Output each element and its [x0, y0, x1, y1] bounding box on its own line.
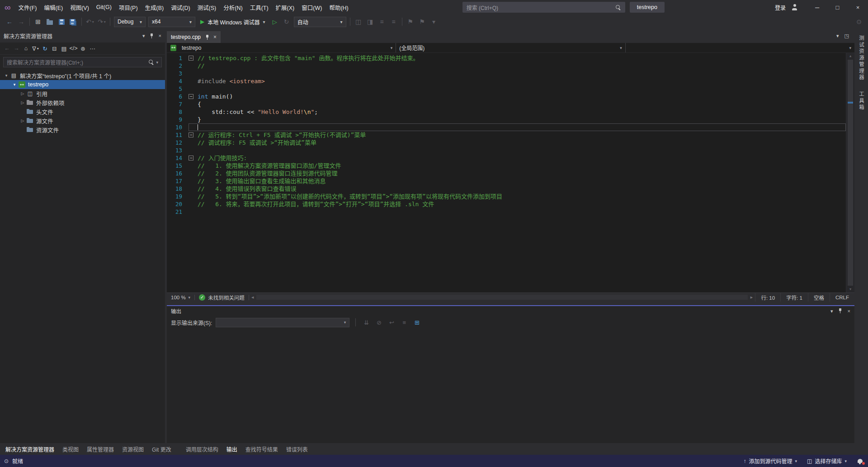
- indent-increase-icon[interactable]: ≡: [388, 16, 399, 27]
- pin-icon[interactable]: [838, 308, 843, 314]
- spaces-indicator[interactable]: 空格: [808, 293, 830, 302]
- code-line[interactable]: 2//: [167, 62, 846, 70]
- scroll-down-icon[interactable]: ▼: [846, 288, 854, 291]
- compare-files-icon[interactable]: ◨: [365, 16, 376, 27]
- solution-explorer-search-box[interactable]: 搜索解决方案资源管理器(Ctrl+;) ▾: [3, 57, 162, 67]
- horizontal-scrollbar[interactable]: ◀ ▶: [249, 293, 755, 302]
- menu-item[interactable]: 编辑(E): [41, 0, 67, 14]
- find-in-files-icon[interactable]: ◫: [353, 16, 364, 27]
- code-line[interactable]: 1−// testrepo.cpp : 此文件包含 "main" 函数。程序执行…: [167, 54, 846, 62]
- scrollbar-thumb[interactable]: [256, 295, 748, 300]
- clear-all-icon[interactable]: ⊘: [374, 319, 383, 326]
- code-line[interactable]: 14−// 入门使用技巧:: [167, 154, 846, 162]
- tool-window-tab[interactable]: 错误列表: [282, 443, 312, 455]
- sync-with-active-document-icon[interactable]: ↻: [40, 44, 50, 53]
- menu-item[interactable]: 工具(T): [246, 0, 272, 14]
- tool-window-tab[interactable]: 查找符号结果: [241, 443, 282, 455]
- code-line[interactable]: 4#include <iostream>: [167, 77, 846, 85]
- fold-margin[interactable]: −: [189, 54, 198, 62]
- fold-margin[interactable]: −: [189, 131, 198, 139]
- expand-all-icon[interactable]: ⊞: [412, 319, 421, 326]
- code-line[interactable]: 16// 2. 使用团队资源管理器窗口连接到源代码管理: [167, 170, 846, 177]
- scrollbar-thumb[interactable]: [848, 60, 853, 286]
- scroll-left-icon[interactable]: ◀: [249, 296, 256, 299]
- hot-reload-icon[interactable]: ↻: [281, 16, 292, 27]
- select-repository-button[interactable]: ◫ 选择存储库 ▾: [802, 455, 852, 467]
- feedback-icon[interactable]: ⊙: [854, 16, 864, 27]
- solution-configurations-dropdown[interactable]: Debug ▾: [114, 17, 146, 27]
- tree-item[interactable]: ▷源文件: [0, 116, 165, 125]
- tool-window-tab[interactable]: 调用层次结构: [182, 443, 222, 455]
- line-ending-indicator[interactable]: CRLF: [830, 293, 854, 302]
- vertical-scrollbar[interactable]: ▲ ▼: [846, 53, 854, 292]
- filter-icon[interactable]: ∇▾: [31, 44, 40, 53]
- navigate-forward-icon[interactable]: →: [16, 16, 27, 27]
- user-avatar-icon[interactable]: [791, 4, 798, 10]
- tree-item[interactable]: 资源文件: [0, 125, 165, 134]
- save-all-icon[interactable]: [68, 16, 79, 27]
- open-file-icon[interactable]: [44, 16, 55, 27]
- pin-icon[interactable]: [150, 33, 154, 38]
- expander-icon[interactable]: ▷: [19, 91, 26, 96]
- se-back-icon[interactable]: ←: [2, 44, 12, 53]
- menu-item[interactable]: 测试(S): [194, 0, 220, 14]
- fold-collapse-icon[interactable]: −: [189, 56, 193, 61]
- toolbar-overflow-chevron-icon[interactable]: ▾: [429, 16, 439, 27]
- tool-window-tab[interactable]: 资源视图: [118, 443, 148, 455]
- notifications-button[interactable]: [852, 455, 868, 467]
- hot-reload-mode-dropdown[interactable]: 自动 ▾: [294, 17, 346, 27]
- column-indicator[interactable]: 字符: 1: [780, 293, 808, 302]
- code-line[interactable]: 5: [167, 85, 846, 93]
- code-line[interactable]: 20// 6. 将来，若要再次打开此项目，请转到“文件”>“打开”>“项目”并选…: [167, 200, 846, 208]
- indent-decrease-icon[interactable]: ≡: [377, 16, 387, 27]
- fold-collapse-icon[interactable]: −: [189, 156, 193, 160]
- undo-icon[interactable]: ↶▾: [85, 16, 95, 27]
- document-health-indicator[interactable]: ✓ 未找到相关问题: [195, 293, 249, 302]
- code-line[interactable]: 18// 4. 使用错误列表窗口查看错误: [167, 185, 846, 193]
- document-tab[interactable]: testrepo.cpp ×: [167, 31, 221, 43]
- fold-margin[interactable]: −: [189, 93, 198, 100]
- line-indicator[interactable]: 行: 10: [755, 293, 780, 302]
- code-line[interactable]: 15// 1. 使用解决方案资源管理器窗口添加/管理文件: [167, 162, 846, 170]
- scroll-right-icon[interactable]: ▶: [748, 296, 755, 299]
- word-wrap-icon[interactable]: ↩: [387, 319, 396, 326]
- fold-collapse-icon[interactable]: −: [189, 132, 193, 137]
- save-icon[interactable]: [56, 16, 67, 27]
- zoom-dropdown[interactable]: 100 % ▾: [167, 293, 194, 302]
- start-without-debugging-icon[interactable]: ▷: [269, 16, 280, 27]
- output-content[interactable]: [167, 329, 854, 443]
- code-editor[interactable]: 1−// testrepo.cpp : 此文件包含 "main" 函数。程序执行…: [167, 53, 854, 292]
- menu-item[interactable]: 帮助(H): [326, 0, 352, 14]
- tool-window-tab[interactable]: Git 更改: [148, 443, 175, 455]
- fold-margin[interactable]: −: [189, 154, 198, 162]
- collapse-all-icon[interactable]: ⊟: [50, 44, 59, 53]
- tree-item[interactable]: 头文件: [0, 107, 165, 116]
- home-icon[interactable]: ⌂: [21, 44, 31, 53]
- menu-item[interactable]: 视图(V): [66, 0, 93, 14]
- menu-item[interactable]: 分析(N): [220, 0, 246, 14]
- expander-icon[interactable]: ▾: [3, 73, 10, 78]
- project-dropdown[interactable]: testrepo ▾: [167, 43, 396, 52]
- window-position-chevron-icon[interactable]: ▾: [142, 33, 145, 39]
- right-dock-tab[interactable]: 工具箱: [858, 91, 865, 111]
- tool-window-tab[interactable]: 输出: [222, 443, 241, 455]
- menu-item[interactable]: 文件(F): [15, 0, 41, 14]
- autoscroll-icon[interactable]: ⇊: [362, 319, 371, 326]
- code-line[interactable]: 17// 3. 使用输出窗口查看生成输出和其他消息: [167, 177, 846, 185]
- scope-dropdown[interactable]: (全局范围) ▾: [396, 43, 625, 52]
- expander-icon[interactable]: ▷: [19, 118, 26, 123]
- settings-wrench-icon[interactable]: ⊛: [78, 44, 88, 53]
- navigate-backward-icon[interactable]: ←: [4, 16, 15, 27]
- sign-in-link[interactable]: 登录: [775, 4, 786, 11]
- tool-window-tab[interactable]: 属性管理器: [83, 443, 118, 455]
- new-project-icon[interactable]: ⊞: [33, 16, 43, 27]
- properties-icon[interactable]: ▤: [59, 44, 69, 53]
- tree-item[interactable]: ▾testrepo: [0, 80, 165, 89]
- panel-splitter[interactable]: [167, 302, 854, 305]
- menu-item[interactable]: 调试(D): [167, 0, 193, 14]
- expander-icon[interactable]: ▾: [11, 82, 18, 87]
- close-tab-icon[interactable]: ×: [213, 34, 217, 40]
- tree-item[interactable]: ▷外部依赖项: [0, 98, 165, 107]
- minimize-button[interactable]: ─: [807, 0, 827, 14]
- output-source-dropdown[interactable]: ▾: [216, 318, 349, 327]
